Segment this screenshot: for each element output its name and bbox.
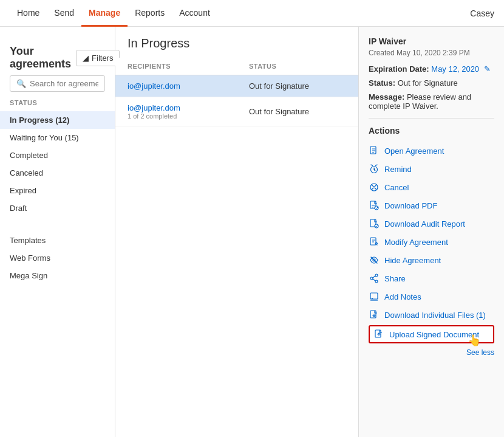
hide-icon — [369, 255, 380, 266]
status-section-label: STATUS — [0, 99, 115, 111]
expiration-label: Expiration Date: — [369, 64, 429, 74]
sidebar-item-mega-sign[interactable]: Mega Sign — [0, 267, 115, 284]
row-status: Out for Signature — [249, 107, 346, 116]
svg-point-11 — [370, 277, 373, 280]
status-label: Status: — [369, 78, 395, 88]
svg-point-10 — [375, 280, 378, 283]
nav-home[interactable]: Home — [10, 0, 47, 27]
action-download-pdf[interactable]: Download PDF — [369, 196, 494, 215]
panel-doc-title: IP Waiver — [369, 36, 494, 46]
sidebar-title: Your agreements — [10, 45, 71, 71]
row-recipients: io@jupiter.dom — [128, 81, 249, 91]
panel-message: Message: Please review and complete IP W… — [369, 92, 494, 111]
row-sub: 1 of 2 completed — [128, 112, 249, 120]
action-label: Modify Agreement — [384, 238, 448, 247]
search-icon: 🔍 — [16, 79, 26, 88]
action-modify[interactable]: Modify Agreement — [369, 233, 494, 251]
action-label: Download PDF — [384, 201, 437, 210]
clock-icon — [369, 163, 380, 174]
files-icon — [369, 309, 380, 320]
action-label: Hide Agreement — [384, 256, 441, 265]
filter-label: Filters — [92, 53, 113, 63]
row-email: io@jupiter.dom — [128, 81, 249, 91]
action-label: Cancel — [384, 183, 409, 192]
action-label: Upload Signed Document — [389, 330, 479, 339]
upload-icon — [373, 329, 384, 340]
sidebar-item-web-forms[interactable]: Web Forms — [0, 249, 115, 267]
cursor-indicator: 👆 — [468, 334, 481, 347]
message-label: Message: — [369, 92, 404, 102]
doc-icon — [369, 145, 380, 156]
section-title: In Progress — [128, 36, 189, 50]
action-remind[interactable]: Remind — [369, 160, 494, 178]
sidebar: Your agreements ◢ Filters 🔍 STATUS In Pr… — [0, 27, 115, 437]
actions-title: Actions — [369, 126, 494, 136]
notes-icon — [369, 291, 380, 302]
row-email: io@jupiter.dom — [128, 103, 249, 112]
svg-rect-12 — [370, 293, 378, 299]
action-cancel[interactable]: Cancel — [369, 178, 494, 196]
action-open-agreement[interactable]: Open Agreement — [369, 142, 494, 160]
table-row[interactable]: io@jupiter.dom 1 of 2 completed Out for … — [115, 97, 358, 126]
in-progress-header: In Progress — [115, 27, 358, 58]
right-panel: IP Waiver Created May 10, 2020 2:39 PM E… — [358, 27, 504, 437]
sidebar-item-waiting[interactable]: Waiting for You (15) — [0, 129, 115, 146]
top-navigation: Home Send Manage Reports Account Casey — [0, 0, 504, 27]
agreement-area: In Progress RECIPIENTS STATUS io@jupiter… — [115, 27, 358, 437]
cancel-icon — [369, 182, 380, 193]
action-download-audit[interactable]: Download Audit Report — [369, 215, 494, 233]
sidebar-item-templates[interactable]: Templates — [0, 232, 115, 249]
svg-rect-7 — [370, 238, 376, 245]
filter-button[interactable]: ◢ Filters — [76, 50, 120, 66]
action-label: Download Individual Files (1) — [384, 311, 486, 320]
sidebar-item-expired[interactable]: Expired — [0, 182, 115, 199]
search-input[interactable] — [30, 79, 98, 88]
nav-account[interactable]: Account — [172, 0, 217, 27]
content-panel: In Progress RECIPIENTS STATUS io@jupiter… — [115, 27, 504, 437]
main-layout: Your agreements ◢ Filters 🔍 STATUS In Pr… — [0, 27, 504, 437]
audit-icon — [369, 218, 380, 229]
table-row[interactable]: io@jupiter.dom Out for Signature — [115, 75, 358, 97]
action-label: Add Notes — [384, 292, 421, 301]
col-recipients: RECIPIENTS — [128, 63, 249, 70]
svg-point-9 — [375, 274, 378, 277]
share-icon — [369, 273, 380, 284]
edit-icon[interactable]: ✎ — [484, 64, 491, 74]
sidebar-item-in-progress[interactable]: In Progress (12) — [0, 111, 115, 129]
action-upload-signed[interactable]: Upload Signed Document 👆 — [369, 325, 494, 343]
search-container: 🔍 — [10, 75, 105, 92]
action-label: Share — [384, 274, 406, 283]
panel-expiration: Expiration Date: May 12, 2020 ✎ — [369, 64, 494, 74]
table-header: RECIPIENTS STATUS — [115, 58, 358, 75]
modify-icon — [369, 236, 380, 247]
nav-reports[interactable]: Reports — [128, 0, 172, 27]
see-less-link[interactable]: See less — [369, 348, 494, 357]
sidebar-item-completed[interactable]: Completed — [0, 146, 115, 164]
svg-rect-13 — [370, 311, 376, 318]
action-download-files[interactable]: Download Individual Files (1) — [369, 306, 494, 324]
pdf-icon — [369, 200, 380, 211]
sidebar-header: Your agreements ◢ Filters — [0, 36, 115, 75]
status-value: Out for Signature — [398, 78, 458, 88]
filter-icon: ◢ — [83, 53, 89, 63]
svg-point-6 — [375, 224, 378, 228]
nav-send[interactable]: Send — [47, 0, 81, 27]
row-status: Out for Signature — [249, 81, 346, 91]
action-label: Download Audit Report — [384, 219, 465, 229]
action-add-notes[interactable]: Add Notes — [369, 287, 494, 306]
action-share[interactable]: Share — [369, 269, 494, 287]
user-name: Casey — [470, 9, 494, 18]
col-status: STATUS — [249, 63, 346, 70]
sidebar-item-canceled[interactable]: Canceled — [0, 164, 115, 182]
sidebar-item-draft[interactable]: Draft — [0, 199, 115, 217]
action-label: Open Agreement — [384, 146, 444, 156]
action-hide[interactable]: Hide Agreement — [369, 251, 494, 269]
expiration-value: May 12, 2020 — [431, 64, 479, 74]
svg-point-4 — [375, 206, 378, 210]
panel-divider — [369, 118, 494, 119]
row-recipients: io@jupiter.dom 1 of 2 completed — [128, 103, 249, 120]
nav-manage[interactable]: Manage — [81, 0, 128, 27]
action-label: Remind — [384, 165, 412, 174]
agreements-list: io@jupiter.dom Out for Signature io@jupi… — [115, 75, 358, 437]
panel-status: Status: Out for Signature — [369, 78, 494, 88]
